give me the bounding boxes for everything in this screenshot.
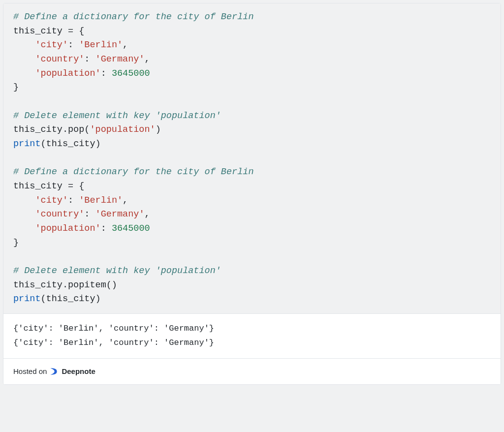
- code-token: 'country': [35, 209, 84, 219]
- code-token: 'city': [35, 195, 68, 206]
- code-token: 'Berlin': [79, 195, 123, 206]
- code-token: this_city.popitem(): [13, 280, 117, 290]
- code-token: [13, 223, 35, 234]
- code-token: # Define a dictionary for the city of Be…: [13, 167, 253, 177]
- code-token: (this_city): [41, 139, 101, 149]
- code-token: :: [101, 223, 112, 234]
- code-token: 'population': [35, 68, 100, 79]
- notebook-cell: # Define a dictionary for the city of Be…: [3, 3, 501, 385]
- code-token: ,: [144, 54, 150, 64]
- code-token: # Define a dictionary for the city of Be…: [13, 12, 253, 22]
- code-token: :: [68, 40, 79, 50]
- code-token: ,: [123, 195, 128, 206]
- code-token: # Delete element with key 'population': [13, 266, 221, 276]
- code-output-area: {'city': 'Berlin', 'country': 'Germany'}…: [3, 314, 501, 359]
- code-token: :: [101, 68, 112, 79]
- hosted-on-footer[interactable]: Hosted on Deepnote: [3, 359, 501, 384]
- code-token: ): [156, 124, 161, 135]
- code-token: :: [84, 209, 95, 219]
- deepnote-logo-icon: [49, 367, 59, 376]
- code-token: print: [13, 294, 41, 304]
- code-token: [13, 40, 35, 50]
- code-token: (this_city): [41, 294, 101, 304]
- code-token: 'population': [90, 124, 155, 135]
- code-token: }: [13, 82, 19, 93]
- code-token: 'city': [35, 40, 68, 50]
- code-token: 3645000: [112, 68, 150, 79]
- code-token: # Delete element with key 'population': [13, 111, 221, 121]
- code-token: this_city = {: [13, 181, 84, 191]
- code-token: :: [68, 195, 79, 206]
- code-input-area[interactable]: # Define a dictionary for the city of Be…: [3, 3, 501, 314]
- code-token: ,: [144, 209, 150, 219]
- code-token: [13, 195, 35, 206]
- code-token: 'country': [35, 54, 84, 64]
- code-token: :: [84, 54, 95, 64]
- code-token: }: [13, 238, 19, 248]
- code-token: ,: [123, 40, 128, 50]
- footer-brand: Deepnote: [62, 367, 95, 375]
- code-token: this_city.pop(: [13, 124, 90, 135]
- code-token: [13, 68, 35, 79]
- code-token: 'Germany': [95, 209, 145, 219]
- code-token: [13, 54, 35, 64]
- code-token: 'Germany': [95, 54, 145, 64]
- code-token: [13, 209, 35, 219]
- code-token: this_city = {: [13, 26, 84, 36]
- code-token: 'population': [35, 223, 100, 234]
- output-content: {'city': 'Berlin', 'country': 'Germany'}…: [13, 322, 491, 350]
- code-content: # Define a dictionary for the city of Be…: [13, 10, 491, 307]
- code-token: 'Berlin': [79, 40, 123, 50]
- footer-prefix: Hosted on: [13, 367, 47, 375]
- code-token: 3645000: [112, 223, 150, 234]
- code-token: print: [13, 139, 41, 149]
